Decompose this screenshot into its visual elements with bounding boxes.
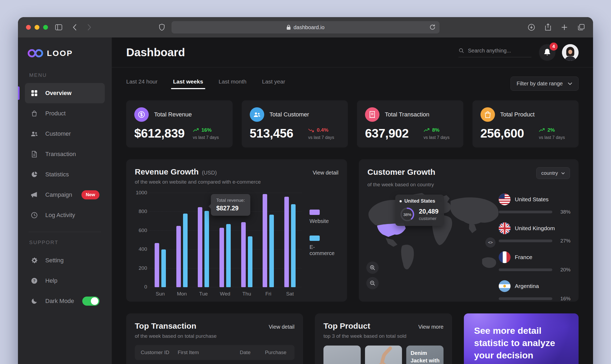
table-row[interactable]: #23442 Leather crop top & pant... 12 Jan… xyxy=(135,360,295,364)
top-transaction-subtitle: of the week based on total purchase xyxy=(135,333,295,339)
bar-e-commerce-sun[interactable] xyxy=(161,249,166,287)
view-more-link[interactable]: View more xyxy=(418,324,444,330)
minimize-button[interactable] xyxy=(35,25,39,30)
stat-label: Total Customer xyxy=(270,111,309,118)
view-detail-link[interactable]: View detail xyxy=(269,324,295,330)
reload-icon[interactable] xyxy=(429,24,435,31)
search-box[interactable] xyxy=(459,47,531,57)
sidebar-item-label: Campaign xyxy=(45,191,72,198)
product-thumb-2[interactable] xyxy=(365,346,402,364)
sidebar-item-label: Transaction xyxy=(45,151,76,158)
zoom-button[interactable] xyxy=(43,25,48,30)
user-avatar[interactable] xyxy=(562,44,579,61)
bar-e-commerce-mon[interactable] xyxy=(183,214,188,287)
share-icon[interactable] xyxy=(545,23,551,31)
country-dropdown[interactable]: country xyxy=(536,167,570,179)
search-input[interactable] xyxy=(468,48,531,54)
dark-mode-toggle[interactable] xyxy=(82,297,99,306)
product-thumb-1[interactable] xyxy=(323,346,361,364)
tabs-overview-icon[interactable] xyxy=(578,24,585,31)
bar-website-sun[interactable] xyxy=(155,243,159,287)
sidebar-item-label: Overview xyxy=(45,90,72,97)
stat-value: $612,839 xyxy=(134,126,185,141)
zoom-out-icon xyxy=(370,280,375,286)
sidebar: LOOP MENU Overview Product Customer xyxy=(18,37,112,364)
country-progress-track xyxy=(499,297,552,300)
stat-card-total-revenue: Total Revenue $612,839 16% vs last 7 day… xyxy=(126,100,233,147)
close-button[interactable] xyxy=(26,25,31,30)
sidebar-item-overview[interactable]: Overview xyxy=(25,83,105,103)
sidebar-item-label: Customer xyxy=(45,130,71,137)
sidebar-item-transaction[interactable]: Transaction xyxy=(25,144,105,164)
bar-website-sat[interactable] xyxy=(284,197,289,287)
tab-last-24-hour[interactable]: Last 24 hour xyxy=(126,78,158,89)
back-button[interactable] xyxy=(73,24,77,31)
country-percent: 16% xyxy=(557,296,571,302)
sidebar-item-customer[interactable]: Customer xyxy=(25,124,105,144)
country-percent: 38% xyxy=(557,209,571,215)
stat-delta: 2% xyxy=(547,127,555,133)
url-bar[interactable]: dashboard.io xyxy=(172,21,439,33)
product-label: Denim Jacket with White xyxy=(411,349,441,364)
sidebar-item-statistics[interactable]: Statistics xyxy=(25,164,105,185)
zoom-in-button[interactable] xyxy=(366,261,379,274)
zoom-out-button[interactable] xyxy=(366,277,379,289)
tab-last-month[interactable]: Last month xyxy=(219,78,247,89)
y-tick: 800 xyxy=(139,208,147,214)
bar-website-mon[interactable] xyxy=(176,226,181,287)
col-purchase: Purchase xyxy=(265,350,289,355)
customer-growth-subtitle: of the week based on country xyxy=(367,182,570,188)
bar-e-commerce-wed[interactable] xyxy=(226,224,231,287)
sidebar-item-label: Log Activity xyxy=(45,212,75,219)
stat-card-total-product: Total Product 256,600 2% vs last 7 days xyxy=(472,100,579,147)
tab-last-year[interactable]: Last year xyxy=(262,78,285,89)
view-detail-link[interactable]: View detail xyxy=(313,170,338,176)
transaction-icon xyxy=(365,107,379,122)
stat-label: Total Revenue xyxy=(154,111,192,118)
bar-e-commerce-fri[interactable] xyxy=(269,215,274,287)
country-row-united-kingdom: United Kingdom 27% xyxy=(499,222,571,244)
map-tooltip-value: 20,489 xyxy=(419,208,438,215)
sidebar-item-product[interactable]: Product xyxy=(25,103,105,124)
filter-date-range-button[interactable]: Filter by date range xyxy=(511,77,579,91)
x-label: Sun xyxy=(152,291,168,297)
map-pan-button[interactable]: <> xyxy=(485,237,495,248)
browser-window: dashboard.io xyxy=(18,17,593,364)
shopping-bag-icon xyxy=(30,110,38,117)
bar-e-commerce-sat[interactable] xyxy=(291,204,296,287)
sidebar-item-dark-mode[interactable]: Dark Mode xyxy=(25,291,105,311)
product-thumb-3[interactable]: Denim Jacket with White xyxy=(406,346,444,364)
col-first-item: First Item xyxy=(178,350,240,355)
sidebar-item-campaign[interactable]: Campaign New xyxy=(25,185,105,205)
promo-banner[interactable]: See more detail statistic to analyze you… xyxy=(464,313,579,364)
downloads-icon[interactable] xyxy=(528,24,535,31)
stat-value: 513,456 xyxy=(250,126,293,141)
country-progress-track xyxy=(499,268,552,271)
app-logo: LOOP xyxy=(25,49,105,58)
bar-e-commerce-thu[interactable] xyxy=(248,236,252,287)
sidebar-item-help[interactable]: ? Help xyxy=(25,271,105,291)
notifications-button[interactable]: 4 xyxy=(539,44,556,61)
bar-website-thu[interactable] xyxy=(241,222,246,287)
top-product-title: Top Product xyxy=(323,321,370,331)
x-label: Tue xyxy=(196,291,211,297)
tab-last-weeks[interactable]: Last weeks xyxy=(173,78,203,89)
country-percent: 20% xyxy=(557,267,571,273)
sidebar-toggle-icon[interactable] xyxy=(55,24,62,31)
forward-button[interactable] xyxy=(87,24,91,31)
map-tooltip: United States 38% xyxy=(395,195,444,226)
new-tab-icon[interactable] xyxy=(561,24,568,31)
chart-tooltip: Total revenue: $827.29 xyxy=(211,194,250,216)
pie-chart-icon xyxy=(30,171,38,178)
bar-website-fri[interactable] xyxy=(263,194,267,287)
bar-e-commerce-tue[interactable] xyxy=(204,211,209,287)
new-badge: New xyxy=(81,190,99,199)
country-row-united-states: United States 38% xyxy=(499,194,571,215)
bar-website-tue[interactable] xyxy=(198,207,202,287)
privacy-shield-icon[interactable] xyxy=(159,24,165,31)
bar-website-wed[interactable] xyxy=(219,228,224,287)
tooltip-value: $827.29 xyxy=(216,205,245,212)
sidebar-item-setting[interactable]: Setting xyxy=(25,250,105,271)
sidebar-item-log-activity[interactable]: Log Activity xyxy=(25,205,105,225)
trend-up-icon xyxy=(424,128,430,132)
